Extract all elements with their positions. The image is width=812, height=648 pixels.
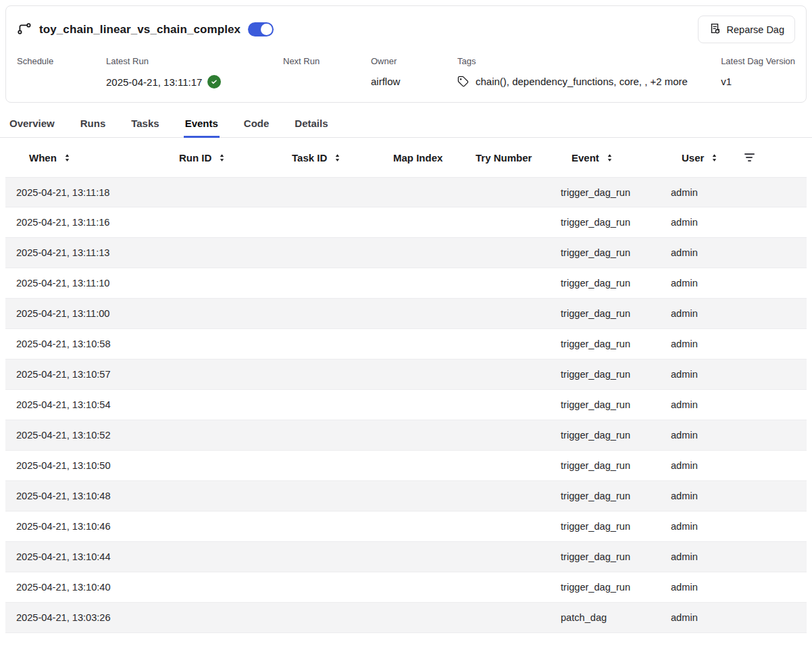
cell-user: admin	[668, 399, 734, 410]
cell-event: trigger_dag_run	[558, 521, 668, 532]
cell-user: admin	[668, 308, 734, 319]
cell-user: admin	[668, 339, 734, 349]
table-header-row: When Run ID Task ID Map Index Try Number…	[5, 138, 807, 177]
tab-runs[interactable]: Runs	[79, 112, 107, 138]
filter-icon[interactable]	[734, 153, 753, 161]
toggle-knob	[261, 24, 272, 35]
table-row: 2025-04-21, 13:10:52 trigger_dag_run adm…	[5, 420, 807, 451]
cell-when: 2025-04-21, 13:10:48	[5, 491, 166, 501]
latest-run-timestamp[interactable]: 2025-04-21, 13:11:17	[106, 76, 202, 88]
cell-event: trigger_dag_run	[558, 247, 668, 258]
column-header-try-number: Try Number	[462, 152, 558, 164]
cell-when: 2025-04-21, 13:10:40	[5, 582, 166, 593]
cell-when: 2025-04-21, 13:10:44	[5, 551, 166, 562]
reparse-dag-button[interactable]: Reparse Dag	[698, 16, 795, 43]
meta-schedule: Schedule	[17, 56, 106, 87]
cell-event: trigger_dag_run	[558, 582, 668, 593]
table-row: 2025-04-21, 13:10:40 trigger_dag_run adm…	[5, 572, 807, 603]
cell-event: trigger_dag_run	[558, 399, 668, 410]
column-header-user[interactable]: User	[668, 152, 734, 164]
sort-icon[interactable]	[710, 153, 719, 162]
cell-user: admin	[668, 582, 734, 593]
tab-details[interactable]: Details	[293, 112, 329, 138]
table-row: 2025-04-21, 13:11:10 trigger_dag_run adm…	[5, 268, 807, 299]
tags-value[interactable]: chain(), dependency_functions, core, , +…	[476, 76, 688, 87]
table-row: 2025-04-21, 13:11:13 trigger_dag_run adm…	[5, 238, 807, 268]
table-row: 2025-04-21, 13:11:00 trigger_dag_run adm…	[5, 299, 807, 329]
cell-event: trigger_dag_run	[558, 430, 668, 441]
tab-events[interactable]: Events	[184, 112, 220, 138]
cell-event: patch_dag	[558, 612, 668, 623]
cell-when: 2025-04-21, 13:10:57	[5, 369, 166, 380]
dag-meta-row: Schedule Latest Run 2025-04-21, 13:11:17…	[17, 56, 795, 89]
reparse-dag-label: Reparse Dag	[727, 24, 784, 35]
cell-user: admin	[668, 612, 734, 623]
cell-event: trigger_dag_run	[558, 369, 668, 380]
cell-when: 2025-04-21, 13:11:16	[5, 217, 166, 228]
table-row: 2025-04-21, 13:10:50 trigger_dag_run adm…	[5, 451, 807, 481]
cell-user: admin	[668, 369, 734, 380]
meta-tags: Tags chain(), dependency_functions, core…	[457, 56, 721, 87]
dag-graph-icon	[17, 22, 32, 37]
dag-pause-toggle[interactable]	[248, 22, 274, 36]
cell-event: trigger_dag_run	[558, 491, 668, 501]
dag-tab-bar: Overview Runs Tasks Events Code Details	[0, 112, 812, 138]
cell-event: trigger_dag_run	[558, 339, 668, 349]
cell-user: admin	[668, 187, 734, 198]
dag-version-value: v1	[721, 75, 795, 87]
document-refresh-icon	[709, 22, 721, 36]
sort-icon[interactable]	[63, 153, 72, 162]
column-header-map-index: Map Index	[380, 152, 462, 164]
table-row: 2025-04-21, 13:10:54 trigger_dag_run adm…	[5, 390, 807, 420]
meta-latest-dag-version: Latest Dag Version v1	[721, 56, 795, 87]
cell-when: 2025-04-21, 13:11:13	[5, 247, 166, 258]
column-header-run-id[interactable]: Run ID	[166, 152, 278, 164]
sort-icon[interactable]	[333, 153, 342, 162]
cell-event: trigger_dag_run	[558, 278, 668, 289]
dag-title: toy_chain_linear_vs_chain_complex	[39, 23, 240, 36]
sort-icon[interactable]	[218, 153, 226, 162]
cell-when: 2025-04-21, 13:10:50	[5, 460, 166, 471]
cell-event: trigger_dag_run	[558, 460, 668, 471]
audit-log-table: When Run ID Task ID Map Index Try Number…	[5, 138, 807, 633]
cell-when: 2025-04-21, 13:10:58	[5, 339, 166, 349]
cell-when: 2025-04-21, 13:03:26	[5, 612, 166, 623]
cell-when: 2025-04-21, 13:11:10	[5, 278, 166, 289]
cell-event: trigger_dag_run	[558, 308, 668, 319]
table-row: 2025-04-21, 13:11:16 trigger_dag_run adm…	[5, 207, 807, 238]
cell-user: admin	[668, 217, 734, 228]
table-row: 2025-04-21, 13:10:57 trigger_dag_run adm…	[5, 359, 807, 390]
table-row: 2025-04-21, 13:10:58 trigger_dag_run adm…	[5, 329, 807, 359]
cell-when: 2025-04-21, 13:10:46	[5, 521, 166, 532]
table-row: 2025-04-21, 13:10:44 trigger_dag_run adm…	[5, 542, 807, 572]
table-row: 2025-04-21, 13:03:26 patch_dag admin	[5, 603, 807, 633]
table-body: 2025-04-21, 13:11:18 trigger_dag_run adm…	[5, 177, 807, 633]
cell-user: admin	[668, 278, 734, 289]
cell-event: trigger_dag_run	[558, 551, 668, 562]
tag-icon	[457, 76, 470, 87]
cell-user: admin	[668, 491, 734, 501]
cell-user: admin	[668, 521, 734, 532]
table-row: 2025-04-21, 13:10:48 trigger_dag_run adm…	[5, 481, 807, 512]
column-header-task-id[interactable]: Task ID	[278, 152, 380, 164]
cell-user: admin	[668, 247, 734, 258]
cell-event: trigger_dag_run	[558, 217, 668, 228]
tab-overview[interactable]: Overview	[8, 112, 56, 138]
meta-latest-run: Latest Run 2025-04-21, 13:11:17	[106, 56, 283, 89]
cell-when: 2025-04-21, 13:10:52	[5, 430, 166, 441]
cell-event: trigger_dag_run	[558, 187, 668, 198]
dag-header-card: toy_chain_linear_vs_chain_complex Repars…	[5, 5, 807, 103]
sort-icon[interactable]	[605, 153, 614, 162]
tab-code[interactable]: Code	[243, 112, 271, 138]
cell-when: 2025-04-21, 13:11:00	[5, 308, 166, 319]
cell-when: 2025-04-21, 13:10:54	[5, 399, 166, 410]
cell-user: admin	[668, 551, 734, 562]
cell-user: admin	[668, 460, 734, 471]
tab-tasks[interactable]: Tasks	[130, 112, 160, 138]
column-header-event[interactable]: Event	[558, 152, 668, 164]
cell-user: admin	[668, 430, 734, 441]
column-header-when[interactable]: When	[5, 152, 166, 164]
meta-next-run: Next Run	[283, 56, 371, 87]
success-check-icon	[207, 75, 221, 89]
table-row: 2025-04-21, 13:11:18 trigger_dag_run adm…	[5, 177, 807, 207]
